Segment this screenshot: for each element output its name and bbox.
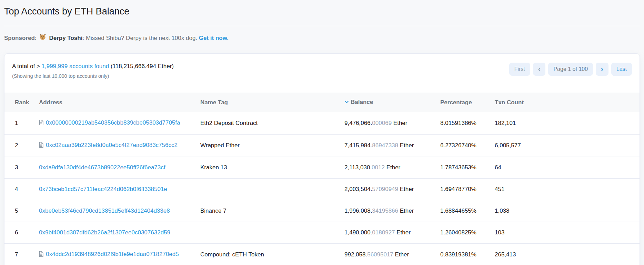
address-link[interactable]: 0x4ddc2d193948926d02f9b1fe9e1daa0718270e…	[46, 251, 179, 257]
table-row: 5 0xbe0eb53f46cd790cd13851d5eff43d12404d…	[4, 200, 640, 222]
summary: A total of > 1,999,999 accounts found (1…	[12, 63, 174, 79]
percentage-cell: 6.27326740%	[437, 135, 492, 157]
rank-cell: 1	[4, 112, 36, 135]
column-header-rank: Rank	[4, 93, 36, 112]
balance-cell: 2,113,030.0012 Ether	[342, 157, 437, 179]
table-row: 4 0x73bceb1cd57c711feac4224d062b0f6ff338…	[4, 179, 640, 200]
summary-line: A total of > 1,999,999 accounts found (1…	[12, 63, 174, 70]
address-link[interactable]: 0xda9dfa130df4de4673b89022ee50ff26f6ea73…	[39, 164, 165, 171]
balance-decimal: 56095017	[367, 251, 393, 258]
name-tag-cell: Eth2 Deposit Contract	[198, 112, 342, 135]
page-indicator: Page 1 of 100	[548, 63, 593, 76]
contract-file-icon	[39, 251, 43, 258]
summary-suffix: (118,215,666.494 Ether)	[109, 63, 174, 70]
accounts-table: Rank Address Name Tag Balance Percentage…	[4, 93, 640, 265]
balance-cell: 9,476,066.000069 Ether	[342, 112, 437, 135]
txn-count-cell: 103	[492, 222, 640, 244]
sponsored-label: Sponsored:	[4, 34, 37, 42]
contract-file-icon	[39, 142, 43, 149]
balance-cell: 7,415,984.86947338 Ether	[342, 135, 437, 157]
first-page-button[interactable]: First	[509, 63, 530, 76]
column-header-balance[interactable]: Balance	[342, 93, 437, 112]
balance-unit: Ether	[385, 164, 400, 171]
balance-cell: 2,003,504.57090949 Ether	[342, 179, 437, 200]
balance-unit: Ether	[398, 208, 414, 214]
address-link[interactable]: 0xbe0eb53f46cd790cd13851d5eff43d12404d33…	[39, 208, 170, 214]
address-cell: 0x00000000219ab540356cbb839cbe05303d7705…	[36, 112, 198, 135]
table-row: 1 0x00000000219ab540356cbb839cbe05303d77…	[4, 112, 640, 135]
accounts-card: A total of > 1,999,999 accounts found (1…	[4, 53, 640, 265]
balance-integer: 1,996,008.	[344, 208, 372, 214]
balance-integer: 2,113,030.	[344, 164, 372, 171]
table-row: 6 0x9bf4001d307dfd62b26a2f1307ee0c030763…	[4, 222, 640, 244]
percentage-cell: 1.69478770%	[437, 179, 492, 200]
balance-cell: 1,996,008.34195866 Ether	[342, 200, 437, 222]
sponsored-advertiser: Derpy Toshi	[49, 35, 82, 41]
name-tag-cell: Compound: cETH Token	[198, 244, 342, 265]
address-cell: 0x4ddc2d193948926d02f9b1fe9e1daa0718270e…	[36, 244, 198, 265]
accounts-table-body: 1 0x00000000219ab540356cbb839cbe05303d77…	[4, 112, 640, 265]
prev-page-button[interactable]: ‹	[533, 63, 546, 76]
balance-decimal: 000069	[372, 120, 392, 126]
balance-header-label: Balance	[351, 99, 373, 105]
table-row: 2 0xc02aaa39b223fe8d0a0e5c4f27ead9083c75…	[4, 135, 640, 157]
percentage-cell: 1.78743653%	[437, 157, 492, 179]
balance-integer: 2,003,504.	[344, 186, 372, 192]
txn-count-cell: 182,101	[492, 112, 640, 135]
address-link[interactable]: 0xc02aaa39b223fe8d0a0e5c4f27ead9083c756c…	[46, 142, 178, 148]
name-tag-cell: Kraken 13	[198, 157, 342, 179]
address-link[interactable]: 0x9bf4001d307dfd62b26a2f1307ee0c0307632d…	[39, 229, 170, 236]
last-page-button[interactable]: Last	[611, 63, 632, 76]
column-header-percentage: Percentage	[437, 93, 492, 112]
dog-emoji-icon	[39, 33, 47, 43]
balance-unit: Ether	[392, 120, 407, 126]
accounts-found-link[interactable]: 1,999,999 accounts found	[42, 63, 109, 70]
balance-cell: 992,058.56095017 Ether	[342, 244, 437, 265]
rank-cell: 4	[4, 179, 36, 200]
balance-unit: Ether	[393, 251, 409, 258]
address-link[interactable]: 0x00000000219ab540356cbb839cbe05303d7705…	[46, 119, 180, 126]
name-tag-cell	[198, 222, 342, 244]
txn-count-cell: 64	[492, 157, 640, 179]
balance-decimal: 57090949	[372, 186, 398, 192]
txn-count-cell: 6,005,577	[492, 135, 640, 157]
table-header-row: Rank Address Name Tag Balance Percentage…	[4, 93, 640, 112]
summary-prefix: A total of >	[12, 63, 42, 70]
txn-count-cell: 1,038	[492, 200, 640, 222]
balance-integer: 7,415,984.	[344, 142, 372, 149]
address-link[interactable]: 0x73bceb1cd57c711feac4224d062b0f6ff33850…	[39, 186, 167, 192]
address-cell: 0xc02aaa39b223fe8d0a0e5c4f27ead9083c756c…	[36, 135, 198, 157]
balance-integer: 9,476,066.	[344, 120, 372, 126]
sort-desc-icon	[344, 99, 349, 106]
address-cell: 0x73bceb1cd57c711feac4224d062b0f6ff33850…	[36, 179, 198, 200]
balance-cell: 1,490,000.0180927 Ether	[342, 222, 437, 244]
chevron-right-icon: ›	[601, 65, 603, 72]
rank-cell: 2	[4, 135, 36, 157]
contract-file-icon	[39, 120, 43, 127]
percentage-cell: 1.68844655%	[437, 200, 492, 222]
table-row: 3 0xda9dfa130df4de4673b89022ee50ff26f6ea…	[4, 157, 640, 179]
percentage-cell: 0.83919381%	[437, 244, 492, 265]
balance-integer: 992,058.	[344, 251, 367, 258]
column-header-txn-count: Txn Count	[492, 93, 640, 112]
address-cell: 0x9bf4001d307dfd62b26a2f1307ee0c0307632d…	[36, 222, 198, 244]
txn-count-cell: 451	[492, 179, 640, 200]
title-divider	[4, 26, 640, 26]
balance-unit: Ether	[398, 142, 414, 149]
address-cell: 0xda9dfa130df4de4673b89022ee50ff26f6ea73…	[36, 157, 198, 179]
rank-cell: 5	[4, 200, 36, 222]
balance-decimal: 34195866	[372, 208, 398, 214]
balance-decimal: 86947338	[372, 142, 398, 149]
name-tag-cell: Wrapped Ether	[198, 135, 342, 157]
address-cell: 0xbe0eb53f46cd790cd13851d5eff43d12404d33…	[36, 200, 198, 222]
name-tag-cell: Binance 7	[198, 200, 342, 222]
chevron-left-icon: ‹	[538, 65, 541, 72]
summary-note: (Showing the last 10,000 top accounts on…	[12, 73, 174, 79]
sponsored-text: : Missed Shiba? Derpy is the next 100x d…	[82, 35, 197, 41]
percentage-cell: 1.26040825%	[437, 222, 492, 244]
balance-unit: Ether	[398, 186, 414, 192]
sponsored-cta-link[interactable]: Get it now.	[199, 35, 229, 41]
sponsored-bar: Sponsored: Derpy Toshi: Missed Shiba? De…	[4, 33, 640, 43]
next-page-button[interactable]: ›	[596, 63, 608, 76]
balance-unit: Ether	[395, 229, 411, 236]
